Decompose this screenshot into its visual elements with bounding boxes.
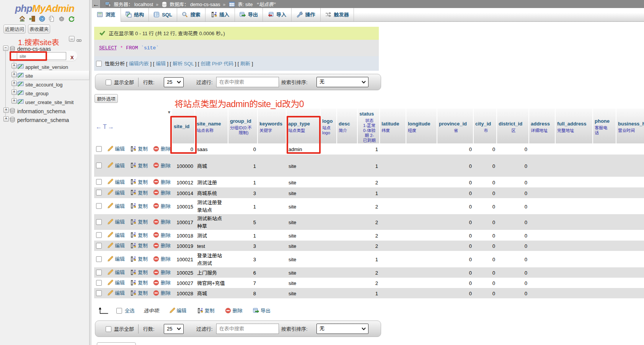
- svg-text:?: ?: [41, 17, 43, 21]
